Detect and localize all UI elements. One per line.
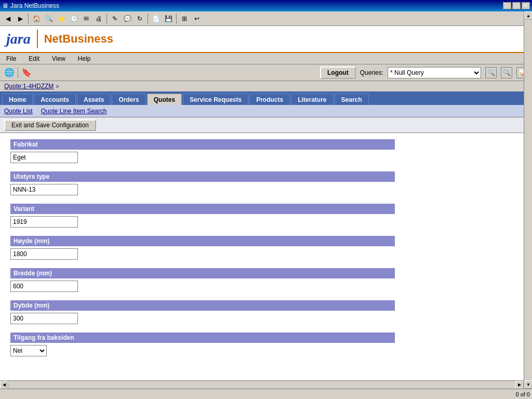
bredde-section: Bredde (mm) [10,268,522,292]
bredde-label: Bredde (mm) [10,268,395,278]
query-bar-left: 🌐 🔖 [4,68,32,78]
refresh-button[interactable]: ↻ [134,13,145,24]
utstyrs-type-section: Utstyrs type [10,171,522,195]
title-bar-left: 🖥 Jara NetBusiness [2,2,59,9]
queries-label: Queries: [360,69,383,76]
home-toolbar-button[interactable]: 🏠 [31,13,42,24]
scroll-down-button[interactable]: ▼ [524,380,532,389]
breadcrumb-separator: > [56,83,59,89]
toolbar-separator-4 [176,14,177,24]
action-bar: Exit and Save Configuration [0,117,532,133]
scroll-left-button[interactable]: ◀ [0,381,8,389]
tab-literature[interactable]: Literature [291,94,333,105]
logout-button[interactable]: Logout [320,66,356,79]
dybde-section: Dybde (mm) [10,300,522,324]
scrollbar-bottom: ◀ ▶ [0,380,524,389]
scrollbar-right: ▲ ▼ [524,11,532,389]
scroll-track[interactable] [524,20,532,380]
hoyde-label: Høyde (mm) [10,236,395,246]
app-icon: 🖥 [2,2,8,9]
mail-button[interactable]: ✉ [81,13,92,24]
forward-button[interactable]: ▶ [15,13,26,24]
tab-products[interactable]: Products [249,94,290,105]
sub-nav-quote-list[interactable]: Quote List [4,108,33,115]
sub-nav-quote-line-item[interactable]: Quote Line Item Search [41,108,107,115]
undo-button[interactable]: ↩ [191,13,203,24]
variant-section: Variant [10,204,522,228]
bredde-input[interactable] [10,281,78,292]
edit-toolbar-button[interactable]: ✎ [109,13,121,24]
menu-view[interactable]: View [50,54,68,63]
tab-orders[interactable]: Orders [112,94,145,105]
logo-jara: jara [6,31,31,47]
back-button[interactable]: ◀ [2,13,14,24]
tab-assets[interactable]: Assets [77,94,111,105]
bookmark-icon[interactable]: 🔖 [21,68,32,77]
document-button[interactable]: 📄 [150,13,162,24]
query-search-button-2[interactable]: 🔍 [501,67,512,78]
close-button[interactable]: ✕ [522,2,530,9]
history-button[interactable]: 🕒 [68,13,79,24]
title-bar-controls: − □ ✕ [503,2,530,9]
hoyde-input[interactable] [10,248,78,260]
tab-search[interactable]: Search [335,94,369,105]
menu-help[interactable]: Help [76,54,93,63]
dybde-input[interactable] [10,313,78,324]
title-bar-text: Jara NetBusiness [10,2,59,9]
hoyde-section: Høyde (mm) [10,236,522,260]
fabrikat-input[interactable] [10,152,78,163]
nav-tabs: Home Accounts Assets Orders Quotes Servi… [0,91,532,105]
app-header: jara NetBusiness [0,26,532,53]
utstyrs-type-input[interactable] [10,184,78,195]
maximize-button[interactable]: □ [512,2,521,9]
tilgang-label: Tilgang fra baksiden [10,332,395,343]
fabrikat-section: Fabrikat [10,139,522,163]
query-sep [18,68,18,78]
tilgang-select[interactable]: Nei Ja [10,345,47,356]
minimize-button[interactable]: − [503,2,511,9]
menu-edit[interactable]: Edit [26,54,42,63]
toolbar: ◀ ▶ 🏠 🔍 ⭐ 🕒 ✉ 🖨 ✎ 💬 ↻ 📄 💾 ⊞ ↩ [0,11,532,26]
search-toolbar-button[interactable]: 🔍 [43,13,55,24]
favorites-button[interactable]: ⭐ [56,13,67,24]
scroll-right-button[interactable]: ▶ [515,381,524,389]
toolbar-separator-1 [28,14,29,24]
query-dropdown[interactable]: * Null Query [388,67,481,78]
scroll-up-button[interactable]: ▲ [524,11,532,20]
globe-icon[interactable]: 🌐 [4,68,15,77]
fabrikat-label: Fabrikat [10,139,395,150]
toolbar-separator-3 [148,14,148,24]
logo-separator [37,30,38,48]
main-content: Fabrikat Utstyrs type Variant Høyde (mm)… [0,133,532,389]
query-search-button[interactable]: 🔍 [485,67,497,78]
sub-nav: Quote List Quote Line Item Search [0,105,532,117]
variant-input[interactable] [10,216,78,228]
query-bar: 🌐 🔖 Logout Queries: * Null Query 🔍 🔍 📊 [0,64,532,81]
tab-service-requests[interactable]: Service Requests [183,94,248,105]
grid-button[interactable]: ⊞ [179,13,190,24]
tab-quotes[interactable]: Quotes [147,94,182,105]
breadcrumb-quote[interactable]: Quote:1-4HDZZM [4,83,54,90]
tab-accounts[interactable]: Accounts [34,94,76,105]
tab-home[interactable]: Home [2,94,33,105]
breadcrumb-bar: Quote:1-4HDZZM > [0,81,532,91]
discuss-button[interactable]: 💬 [122,13,133,24]
variant-label: Variant [10,204,395,214]
toolbar-separator-2 [107,14,107,24]
menu-file[interactable]: File [4,54,18,63]
menu-bar: File Edit View Help [0,53,532,64]
dybde-label: Dybde (mm) [10,300,395,311]
exit-save-button[interactable]: Exit and Save Configuration [4,119,96,131]
tilgang-section: Tilgang fra baksiden Nei Ja [10,332,522,356]
title-bar: 🖥 Jara NetBusiness − □ ✕ [0,0,532,11]
save-toolbar-button[interactable]: 💾 [163,13,174,24]
utstyrs-type-label: Utstyrs type [10,171,395,182]
logo-netbusiness: NetBusiness [44,32,113,46]
print-button[interactable]: 🖨 [93,13,104,24]
